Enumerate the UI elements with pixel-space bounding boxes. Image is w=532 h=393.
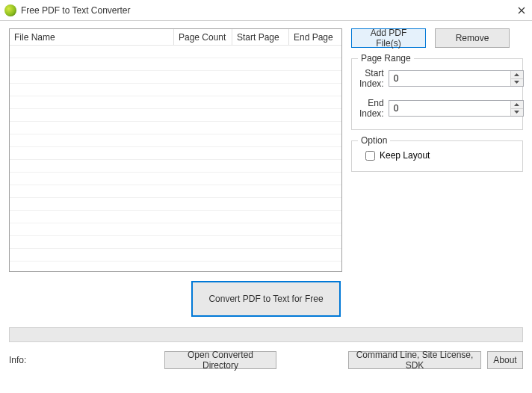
start-index-input[interactable] [389,71,510,86]
remove-button[interactable]: Remove [435,28,510,48]
end-index-up[interactable] [511,101,523,109]
table-row [10,185,341,198]
start-index-spinner[interactable] [389,70,524,87]
table-row [10,160,341,173]
end-index-input[interactable] [389,101,510,116]
page-range-group: Page Range Start Index: End Index: [351,58,523,130]
table-header: File Name Page Count Start Page End Page [10,29,341,46]
table-row [10,173,341,185]
column-page-count[interactable]: Page Count [174,29,232,45]
table-row [10,46,341,58]
option-legend: Option [358,135,390,146]
open-converted-directory-button[interactable]: Open Converted Directory [164,351,276,369]
table-row [10,122,341,134]
add-pdf-button[interactable]: Add PDF File(s) [351,28,426,48]
table-row [10,84,341,96]
column-start-page[interactable]: Start Page [232,29,289,45]
table-row [10,223,341,236]
info-bar [9,327,523,342]
table-row [10,262,341,272]
option-group: Option Keep Layout [351,140,523,172]
page-range-legend: Page Range [358,53,414,64]
window-title: Free PDF to Text Converter [21,5,516,16]
table-row [10,71,341,84]
command-line-button[interactable]: Command Line, Site License, SDK [348,351,481,369]
close-icon [518,7,525,14]
about-button[interactable]: About [487,351,523,369]
table-row [10,198,341,211]
convert-button[interactable]: Convert PDF to Text for Free [191,281,341,317]
table-row [10,58,341,71]
start-index-up[interactable] [511,71,523,79]
table-body [10,46,341,271]
end-index-spinner[interactable] [389,100,524,117]
start-index-label: Start Index: [359,68,389,89]
keep-layout-checkbox[interactable] [365,151,375,161]
info-label: Info: [9,355,158,365]
table-row [10,147,341,160]
app-icon [4,4,16,16]
file-table[interactable]: File Name Page Count Start Page End Page [9,28,342,272]
column-file-name[interactable]: File Name [10,29,174,45]
keep-layout-label: Keep Layout [380,150,430,161]
table-row [10,249,341,262]
end-index-down[interactable] [511,109,523,117]
table-row [10,134,341,147]
start-index-down[interactable] [511,79,523,87]
table-row [10,96,341,109]
end-index-label: End Index: [359,98,389,119]
table-row [10,211,341,223]
column-end-page[interactable]: End Page [289,29,338,45]
table-row [10,109,341,122]
titlebar: Free PDF to Text Converter [0,0,532,21]
close-button[interactable] [516,4,528,16]
table-row [10,236,341,249]
